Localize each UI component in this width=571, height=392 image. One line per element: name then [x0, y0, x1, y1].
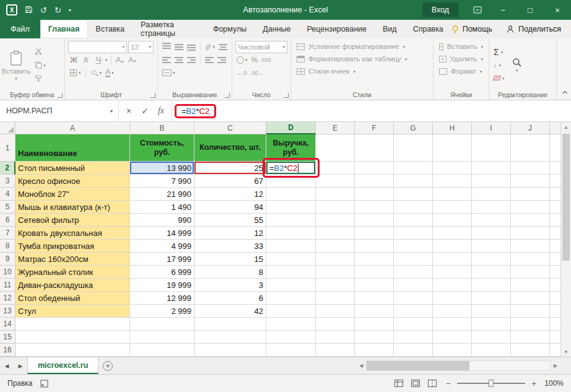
row-header-6[interactable]: 6: [0, 214, 15, 227]
cell-G7[interactable]: [394, 227, 433, 240]
cell-J15[interactable]: [511, 331, 550, 344]
cell-F14[interactable]: [355, 318, 394, 331]
cell-E12[interactable]: [316, 292, 355, 305]
cell-D13[interactable]: [266, 305, 316, 318]
row-header-1[interactable]: 1: [0, 134, 15, 162]
row-header-14[interactable]: 14: [0, 318, 15, 331]
cell-D15[interactable]: [266, 331, 316, 344]
row-header-13[interactable]: 13: [0, 305, 15, 318]
tab-page-layout[interactable]: Разметка страницы: [133, 20, 205, 38]
new-sheet-button[interactable]: +: [98, 357, 117, 374]
zoom-out-icon[interactable]: −: [445, 379, 452, 388]
cell-J6[interactable]: [511, 214, 550, 227]
column-header-G[interactable]: G: [394, 122, 433, 134]
cell-C10[interactable]: 8: [194, 266, 266, 279]
cell-D1[interactable]: Выручка, руб.: [266, 134, 316, 162]
name-box[interactable]: НОРМ.РАСП ▾: [0, 100, 119, 121]
scroll-left-icon[interactable]: ◀: [356, 363, 366, 368]
column-header-H[interactable]: H: [433, 122, 472, 134]
column-header-J[interactable]: J: [511, 122, 550, 134]
cell-F13[interactable]: [355, 305, 394, 318]
cell-E7[interactable]: [316, 227, 355, 240]
cell-C13[interactable]: 42: [194, 305, 266, 318]
cell-C4[interactable]: 12: [194, 188, 266, 201]
row-header-7[interactable]: 7: [0, 227, 15, 240]
cell-H3[interactable]: [433, 175, 472, 188]
cell-D14[interactable]: [266, 318, 316, 331]
cell-J13[interactable]: [511, 305, 550, 318]
cell-A16[interactable]: [15, 344, 130, 357]
cell-B10[interactable]: 6 999: [130, 266, 194, 279]
cell-C2[interactable]: 25: [194, 162, 266, 175]
cell-B15[interactable]: [130, 331, 194, 344]
cell-D12[interactable]: [266, 292, 316, 305]
align-center-button[interactable]: [173, 54, 185, 66]
cell-A8[interactable]: Тумба прикроватная: [15, 240, 130, 253]
cell-E2[interactable]: [316, 162, 355, 175]
cell-H4[interactable]: [433, 188, 472, 201]
zoom-in-icon[interactable]: +: [530, 379, 538, 388]
conditional-formatting-button[interactable]: Условное форматирование▾: [292, 40, 432, 53]
increase-decimal-button[interactable]: ←.0: [235, 68, 248, 79]
zoom-slider[interactable]: [457, 383, 525, 384]
cell-I4[interactable]: [472, 188, 511, 201]
cell-B8[interactable]: 4 999: [130, 240, 194, 253]
cell-C14[interactable]: [194, 318, 266, 331]
row-header-10[interactable]: 10: [0, 266, 15, 279]
sheet-tab-active[interactable]: microexcel.ru: [27, 357, 98, 374]
cell-I16[interactable]: [472, 344, 511, 357]
autosum-button[interactable]: Σ▾: [494, 46, 505, 58]
cell-B4[interactable]: 21 990: [130, 188, 194, 201]
cell-J14[interactable]: [511, 318, 550, 331]
cell-H2[interactable]: [433, 162, 472, 175]
increase-indent-button[interactable]: [216, 54, 227, 66]
cell-I7[interactable]: [472, 227, 511, 240]
cell-J9[interactable]: [511, 253, 550, 266]
cell-G16[interactable]: [394, 344, 433, 357]
cell-G4[interactable]: [394, 188, 433, 201]
copy-button[interactable]: ▾: [33, 59, 47, 71]
cell-D2[interactable]: =B2*C2: [266, 162, 316, 175]
cell-I8[interactable]: [472, 240, 511, 253]
number-dialog-launcher-icon[interactable]: [284, 93, 289, 98]
cell-C7[interactable]: 12: [194, 227, 266, 240]
orientation-button[interactable]: ab▾: [203, 41, 216, 53]
cell-J12[interactable]: [511, 292, 550, 305]
cell-F5[interactable]: [355, 201, 394, 214]
cell-B1[interactable]: Стоимость, руб.: [130, 134, 194, 162]
cell-J4[interactable]: [511, 188, 550, 201]
cell-D6[interactable]: [266, 214, 316, 227]
align-top-button[interactable]: [161, 41, 172, 53]
row-header-9[interactable]: 9: [0, 253, 15, 266]
cell-I5[interactable]: [472, 201, 511, 214]
fill-button[interactable]: ↓▾: [494, 59, 505, 71]
cell-E1[interactable]: [316, 134, 355, 162]
tab-formulas[interactable]: Формулы: [205, 20, 255, 38]
format-cells-button[interactable]: Формат▾: [435, 65, 487, 77]
cell-B16[interactable]: [130, 344, 194, 357]
cell-A14[interactable]: [15, 318, 130, 331]
cell-H14[interactable]: [433, 318, 472, 331]
cell-F6[interactable]: [355, 214, 394, 227]
cell-A13[interactable]: Стул: [15, 305, 130, 318]
cell-F3[interactable]: [355, 175, 394, 188]
cell-F7[interactable]: [355, 227, 394, 240]
cell-E8[interactable]: [316, 240, 355, 253]
cell-F10[interactable]: [355, 266, 394, 279]
column-header-D[interactable]: D: [266, 122, 316, 134]
cell-H7[interactable]: [433, 227, 472, 240]
tab-data[interactable]: Данные: [255, 20, 299, 38]
normal-view-icon[interactable]: [394, 380, 403, 387]
cell-E13[interactable]: [316, 305, 355, 318]
vertical-scroll-track[interactable]: [561, 132, 571, 347]
cell-I15[interactable]: [472, 331, 511, 344]
cell-B14[interactable]: [130, 318, 194, 331]
cell-D11[interactable]: [266, 279, 316, 292]
clear-button[interactable]: ▾: [494, 72, 505, 84]
cell-B7[interactable]: 14 999: [130, 227, 194, 240]
insert-cells-button[interactable]: + Вставить▾: [435, 40, 487, 53]
cell-G11[interactable]: [394, 279, 433, 292]
percent-style-button[interactable]: %: [250, 54, 259, 66]
cell-E6[interactable]: [316, 214, 355, 227]
cell-D16[interactable]: [266, 344, 316, 357]
